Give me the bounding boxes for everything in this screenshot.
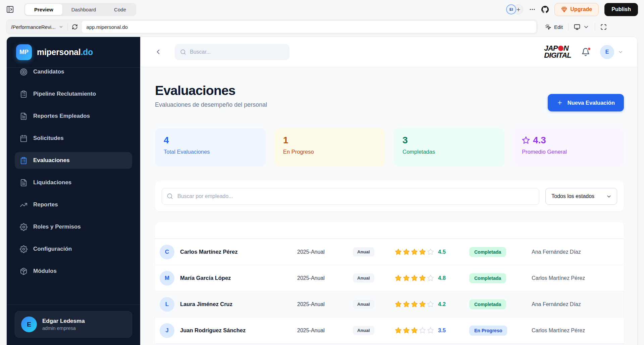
edit-label: Edit xyxy=(554,24,563,30)
account-menu[interactable]: E xyxy=(600,45,623,59)
stat-label: Total Evaluaciones xyxy=(164,149,257,155)
table-header xyxy=(155,222,624,239)
new-evaluation-button[interactable]: Nueva Evaluación xyxy=(548,94,624,111)
stat-card: 4 Total Evaluaciones xyxy=(155,128,266,166)
period-cell: 2025-Anual xyxy=(297,275,353,281)
employee-name: Carlos Martínez Pérez xyxy=(180,249,237,255)
tab-dashboard[interactable]: Dashboard xyxy=(62,4,105,15)
device-selector[interactable] xyxy=(574,24,589,30)
rating-cell: 4.2 xyxy=(395,301,469,308)
app-preview-window: MP mipersonal.do Candidatos Pipeline Rec… xyxy=(7,37,637,345)
user-name: Edgar Ledesma xyxy=(42,318,85,325)
status-filter-select[interactable]: Todos los estados xyxy=(545,188,617,205)
plus-icon xyxy=(516,7,521,12)
star-empty-icon xyxy=(427,327,434,334)
url-input[interactable]: app.mipersonal.do xyxy=(82,21,536,33)
table-row[interactable]: C Carlos Martínez Pérez 2025-Anual Anual… xyxy=(155,239,624,265)
sidebar-nav-item[interactable]: Candidatos xyxy=(15,68,132,80)
maximize-icon xyxy=(600,24,607,30)
sidebar-nav-item[interactable]: Reportes xyxy=(15,196,132,213)
star-filled-icon xyxy=(411,301,418,308)
nav-item-icon xyxy=(20,245,28,253)
period-cell: 2025-Anual xyxy=(297,249,353,255)
star-rating xyxy=(395,301,434,308)
more-options-icon[interactable] xyxy=(529,6,536,13)
edit-button[interactable]: Edit xyxy=(545,24,563,30)
star-filled-icon xyxy=(403,248,410,255)
page-subtitle: Evaluaciones de desempeño del personal xyxy=(155,101,267,108)
star-filled-icon xyxy=(419,301,426,308)
nav-item-icon xyxy=(20,68,28,76)
sidebar-nav-item[interactable]: Configuración xyxy=(15,241,132,257)
status-badge: Completada xyxy=(469,273,506,283)
employee-name: María García López xyxy=(180,275,231,281)
star-filled-icon xyxy=(419,275,426,282)
sidebar-nav-item[interactable]: Evaluaciones xyxy=(15,152,132,169)
star-rating xyxy=(395,327,434,334)
evaluator-cell: Carlos Martínez Pérez xyxy=(532,328,624,334)
employee-name: Laura Jiménez Cruz xyxy=(180,301,232,307)
page-title: Evaluaciones xyxy=(155,83,267,98)
route-selector[interactable]: /PerformanceRevi... xyxy=(11,24,63,30)
github-icon[interactable] xyxy=(541,6,549,13)
global-search-input[interactable] xyxy=(190,49,284,55)
notifications-button[interactable] xyxy=(581,48,590,56)
star-empty-icon xyxy=(427,275,434,282)
sidebar-toggle-icon[interactable] xyxy=(6,5,14,13)
logo-text: mipersonal.do xyxy=(37,47,93,57)
collaborators: El xyxy=(506,4,523,14)
star-filled-icon xyxy=(395,248,402,255)
star-empty-icon xyxy=(427,301,434,308)
nav-item-icon xyxy=(20,157,28,164)
global-search[interactable] xyxy=(175,44,289,60)
back-button[interactable] xyxy=(154,48,162,56)
star-filled-icon xyxy=(419,248,426,255)
user-role: admin empresa xyxy=(42,326,85,331)
fullscreen-button[interactable] xyxy=(600,24,607,30)
nav-item-icon xyxy=(20,179,28,187)
nav-item-label: Reportes Empleados xyxy=(33,113,90,119)
sidebar-nav-item[interactable]: Reportes Empleados xyxy=(15,108,132,125)
sidebar-nav-item[interactable]: Liquidaciones xyxy=(15,174,132,191)
user-card[interactable]: E Edgar Ledesma admin empresa xyxy=(15,311,132,338)
employee-search-input[interactable] xyxy=(162,188,539,205)
star-rating xyxy=(395,248,434,255)
nav-item-icon xyxy=(20,223,28,231)
app-logo[interactable]: MP mipersonal.do xyxy=(7,37,140,68)
notification-badge xyxy=(587,47,591,51)
table-row[interactable]: M María García López 2025-Anual Anual 4.… xyxy=(155,265,624,291)
employee-name: Juan Rodríguez Sánchez xyxy=(180,327,246,334)
view-tabs: Preview Dashboard Code xyxy=(24,3,136,16)
stat-value: 1 xyxy=(283,135,288,146)
upgrade-label: Upgrade xyxy=(570,6,592,12)
star-filled-icon xyxy=(411,248,418,255)
rating-value: 4.5 xyxy=(438,249,446,255)
upgrade-button[interactable]: Upgrade xyxy=(554,3,599,16)
tab-code[interactable]: Code xyxy=(105,4,135,15)
star-filled-icon xyxy=(411,327,418,334)
star-filled-icon xyxy=(395,275,402,282)
sidebar-nav: Candidatos Pipeline Reclutamiento Report… xyxy=(7,68,140,305)
publish-button[interactable]: Publish xyxy=(604,3,638,16)
rating-value: 4.8 xyxy=(438,275,446,281)
stat-label: Promedio General xyxy=(522,149,615,155)
sidebar-nav-item[interactable]: Pipeline Reclutamiento xyxy=(15,86,132,102)
sidebar-nav-item[interactable]: Roles y Permisos xyxy=(15,218,132,235)
filter-bar: Todos los estados xyxy=(155,181,624,211)
url-bar: /PerformanceRevi... app.mipersonal.do xyxy=(6,19,538,34)
nav-item-icon xyxy=(20,135,28,142)
nav-item-icon xyxy=(20,112,28,120)
refresh-icon[interactable] xyxy=(72,24,78,30)
employee-search[interactable] xyxy=(162,188,539,205)
employee-avatar: C xyxy=(160,245,174,259)
table-row[interactable]: L Laura Jiménez Cruz 2025-Anual Anual 4.… xyxy=(155,291,624,317)
table-row[interactable]: J Juan Rodríguez Sánchez 2025-Anual Anua… xyxy=(155,317,624,344)
tab-preview[interactable]: Preview xyxy=(25,4,62,15)
nav-item-label: Roles y Permisos xyxy=(33,224,81,230)
star-rating xyxy=(395,275,434,282)
chevron-down-icon xyxy=(618,49,623,55)
sidebar-nav-item[interactable]: Solicitudes xyxy=(15,130,132,147)
divider xyxy=(568,23,569,31)
rating-cell: 4.8 xyxy=(395,275,469,282)
sidebar-nav-item[interactable]: Módulos xyxy=(15,263,132,280)
